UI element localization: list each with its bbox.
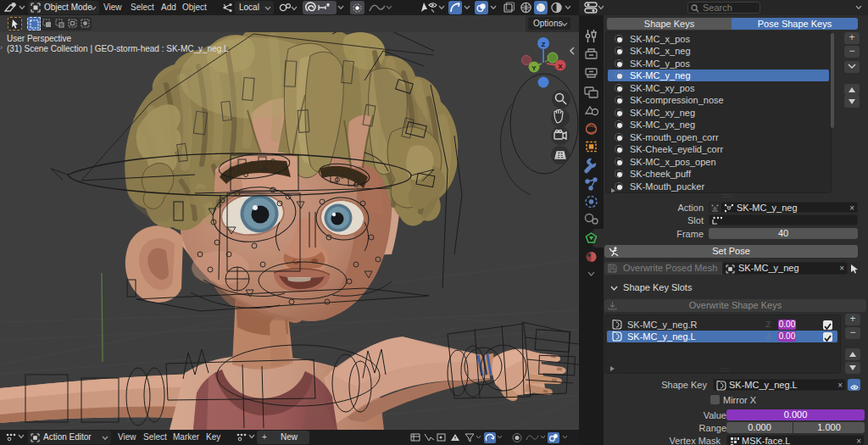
svg-text:Y: Y bbox=[531, 64, 537, 72]
svg-text:X: X bbox=[558, 63, 563, 70]
svg-text:Z: Z bbox=[542, 41, 546, 48]
